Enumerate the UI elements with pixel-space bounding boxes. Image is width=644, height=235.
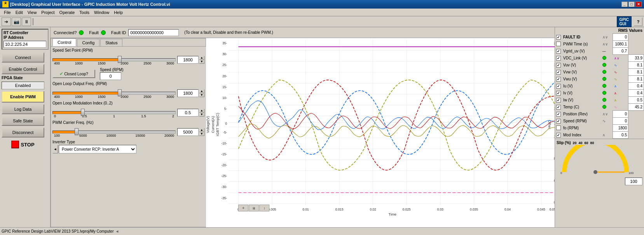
open-loop-mod-track[interactable] [52, 111, 176, 114]
pwm-carrier-track[interactable] [52, 131, 176, 134]
iw-checkbox[interactable]: ✔ [556, 98, 561, 103]
menu-project[interactable]: Project [39, 10, 57, 15]
inverter-left-btn[interactable]: ◄ [52, 145, 58, 153]
pwm-carrier-down[interactable]: ▼ [199, 132, 204, 136]
ip-address-input[interactable] [3, 41, 46, 48]
iw-led [602, 98, 606, 102]
open-loop-freq-up[interactable]: ▲ [199, 89, 204, 93]
svg-text:-20-: -20- [221, 163, 227, 167]
gpic-gui-button[interactable]: GPICGUI [617, 16, 632, 27]
inverter-select[interactable]: Power Converter RCP: Inverter A [59, 145, 136, 153]
speed-rpm-display: 0 [100, 72, 121, 80]
control-panel-content: Speed Set Point (RPM) 400100015002000250… [51, 47, 206, 227]
title-bar: ★ [Desktop] Graphical User Interface - G… [0, 0, 644, 9]
tab-config[interactable]: Config [77, 39, 99, 46]
temp-led [602, 105, 606, 109]
log-data-button[interactable]: Log Data [2, 104, 44, 114]
minimize-button[interactable]: _ [621, 2, 628, 7]
speed-setpoint-up[interactable]: ▲ [199, 56, 204, 60]
speed-wave: ∿ [602, 119, 606, 123]
iv-checkbox[interactable]: ✔ [556, 91, 561, 96]
mod-index-checkbox[interactable]: ✔ [556, 133, 561, 138]
iu-checkbox[interactable]: ✔ [556, 84, 561, 89]
pwm-time-checkbox[interactable] [556, 42, 561, 46]
speed-setpoint-section: Speed Set Point (RPM) 400100015002000250… [52, 48, 204, 67]
speed-setpoint-input[interactable] [177, 56, 199, 64]
speed-setpoint-down[interactable]: ▼ [199, 60, 204, 64]
safe-state-button[interactable]: Safe State [2, 116, 44, 126]
pwm-carrier-up[interactable]: ▲ [199, 128, 204, 132]
pwm-carrier-input-group: ▲ ▼ [177, 128, 204, 136]
closed-loop-button[interactable]: ✔ Closed Loop? [52, 70, 95, 78]
menu-window[interactable]: Window [92, 10, 112, 15]
pwm-carrier-input[interactable] [177, 128, 199, 136]
pwm-carrier-slider: 1005000100001500020000 [52, 125, 176, 139]
open-loop-freq-input[interactable] [177, 89, 199, 97]
svg-text:2000: 2000 [554, 41, 555, 45]
tab-status[interactable]: Status [100, 39, 122, 46]
vvw-led [602, 70, 606, 74]
open-loop-mod-input[interactable] [177, 109, 199, 117]
temp-checkbox[interactable]: ✔ [556, 105, 561, 110]
svg-rect-0 [206, 40, 555, 214]
open-loop-mod-thumb[interactable] [81, 109, 85, 116]
menu-edit[interactable]: Edit [13, 10, 25, 15]
fault-id-checkbox[interactable]: ✔ [556, 35, 561, 40]
vvw-checkbox[interactable]: ✔ [556, 70, 561, 75]
speed-setpoint-slider-track[interactable] [52, 58, 176, 61]
help-button[interactable]: ? [634, 17, 642, 26]
stop-button[interactable]: STOP [2, 139, 44, 150]
menu-operate[interactable]: Operate [57, 10, 77, 15]
toolbar-pause-btn[interactable]: ⏸ [22, 17, 31, 26]
toolbar-camera-btn[interactable]: 📷 [12, 17, 21, 26]
enable-control-button[interactable]: Enable Control [2, 64, 44, 74]
right-panel: RMS Values ✔ FAULT ID ∧∨ 0 PWM Time (s) … [555, 27, 644, 227]
svg-text:35-: 35- [222, 41, 227, 45]
vgrid-checkbox[interactable]: ✔ [556, 49, 561, 54]
maximize-button[interactable]: □ [628, 2, 635, 7]
vuv-checkbox[interactable]: ✔ [556, 63, 561, 68]
menu-file[interactable]: File [2, 10, 13, 15]
vwu-checkbox[interactable]: ✔ [556, 77, 561, 82]
close-button[interactable]: ✕ [635, 2, 642, 7]
check-icon: ✔ [59, 71, 63, 77]
open-loop-freq-down[interactable]: ▼ [199, 93, 204, 97]
toolbar-arrow-btn[interactable]: ➔ [2, 17, 11, 26]
vgrid-label: Vgrid_uv (V) [562, 48, 601, 55]
table-row: ✔ Iw (V) ∧ 0.5 [555, 97, 644, 104]
speed-setpoint-thumb[interactable] [118, 56, 122, 63]
vdc-checkbox[interactable]: ✔ [556, 56, 561, 61]
connect-button[interactable]: Connect [2, 52, 44, 63]
vdc-led [602, 56, 606, 60]
position-checkbox[interactable]: ✔ [556, 112, 561, 117]
svg-text:1800: 1800 [554, 63, 555, 67]
menu-bar: File Edit View Project Operate Tools Win… [0, 9, 644, 16]
pwm-carrier-thumb[interactable] [75, 128, 79, 135]
menu-tools[interactable]: Tools [77, 10, 92, 15]
enable-pwm-button[interactable]: Enable PWM [2, 91, 44, 103]
speed-value: 0 [613, 118, 628, 125]
menu-view[interactable]: View [25, 10, 39, 15]
menu-help[interactable]: Help [112, 10, 125, 15]
svg-text:0.035: 0.035 [470, 207, 478, 211]
speed-setpoint-label: Speed Set Point (RPM) [52, 48, 204, 52]
open-loop-freq-thumb[interactable] [118, 89, 122, 96]
table-row: ✔ Iv (V) ∧ 0.4 [555, 90, 644, 97]
fo-checkbox[interactable] [556, 125, 561, 130]
position-wave: ∧∨ [602, 112, 608, 116]
disconnect-button[interactable]: Disconnect [2, 127, 44, 138]
pwm-time-label: PWM Time (s) [562, 41, 601, 48]
position-value: 0 [613, 111, 628, 118]
svg-text:5-: 5- [224, 107, 227, 111]
open-loop-mod-up[interactable]: ▲ [199, 109, 204, 113]
speed-checkbox[interactable]: ✔ [556, 119, 561, 124]
svg-text:0.01: 0.01 [302, 207, 309, 211]
svg-text:-35-: -35- [221, 196, 227, 200]
open-loop-mod-down[interactable]: ▼ [199, 113, 204, 117]
rms-header: RMS Values [555, 27, 644, 33]
open-loop-freq-track[interactable] [52, 92, 176, 95]
fpga-state-display: Enabled [2, 82, 44, 89]
tab-control[interactable]: Control [52, 38, 76, 46]
iw-wave: ∧ [614, 98, 617, 102]
chart-area: 35- 30- 25- 20- 15- 10- 5- 0 -5- -10- -1… [206, 38, 555, 227]
